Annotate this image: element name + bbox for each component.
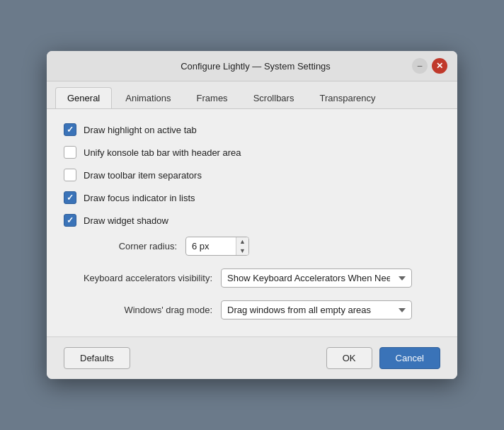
title-bar: Configure Lightly — System Settings – ✕: [47, 51, 457, 81]
drag-mode-label: Windows' drag mode:: [64, 305, 212, 315]
keyboard-accel-row: Keyboard accelerators visibility: Show K…: [64, 268, 440, 288]
checkbox-draw-highlight-label[interactable]: Draw highlight on active tab: [84, 125, 197, 135]
checkbox-draw-highlight[interactable]: [64, 123, 76, 136]
spinbox-up-button[interactable]: ▲: [236, 237, 248, 247]
tab-bar: General Animations Frames Scrollbars Tra…: [47, 81, 457, 109]
keyboard-accel-label: Keyboard accelerators visibility:: [64, 273, 212, 283]
checkbox-draw-toolbar[interactable]: [64, 169, 76, 181]
tab-frames[interactable]: Frames: [185, 87, 240, 108]
checkbox-row-draw-focus: Draw focus indicator in lists: [64, 191, 440, 204]
content-area: Draw highlight on active tab Unify konso…: [47, 109, 457, 336]
ok-button[interactable]: OK: [326, 347, 372, 369]
drag-mode-row: Windows' drag mode: Drag windows from al…: [64, 300, 440, 319]
footer-right: OK Cancel: [326, 347, 440, 369]
checkbox-draw-focus[interactable]: [64, 191, 76, 204]
checkbox-draw-shadow-label[interactable]: Draw widget shadow: [84, 215, 168, 226]
tab-transparency[interactable]: Transparency: [307, 87, 387, 108]
corner-radius-label: Corner radius:: [64, 241, 177, 251]
checkbox-row-draw-toolbar: Draw toolbar item separators: [64, 169, 440, 181]
checkbox-draw-toolbar-label[interactable]: Draw toolbar item separators: [84, 170, 202, 181]
tab-animations[interactable]: Animations: [113, 87, 183, 108]
corner-radius-input[interactable]: [186, 237, 236, 255]
keyboard-accel-select[interactable]: Show Keyboard Accelerators When Needed A…: [221, 268, 412, 288]
drag-mode-select[interactable]: Drag windows from all empty areas Drag w…: [221, 300, 412, 319]
cancel-button[interactable]: Cancel: [379, 347, 440, 369]
dialog: Configure Lightly — System Settings – ✕ …: [47, 51, 457, 379]
corner-radius-row: Corner radius: ▲ ▼: [64, 237, 440, 256]
dialog-title: Configure Lightly — System Settings: [99, 61, 412, 72]
checkbox-draw-shadow[interactable]: [64, 214, 76, 227]
spinbox-arrows: ▲ ▼: [236, 237, 248, 255]
title-controls: – ✕: [412, 58, 447, 74]
checkbox-unify-konsole[interactable]: [64, 146, 76, 159]
corner-radius-spinbox: ▲ ▼: [185, 237, 249, 256]
checkbox-row-unify-konsole: Unify konsole tab bar with header area: [64, 146, 440, 159]
tab-scrollbars[interactable]: Scrollbars: [241, 87, 307, 108]
footer: Defaults OK Cancel: [47, 336, 457, 379]
checkbox-draw-focus-label[interactable]: Draw focus indicator in lists: [84, 193, 195, 203]
checkbox-row-draw-shadow: Draw widget shadow: [64, 214, 440, 227]
close-button[interactable]: ✕: [432, 58, 447, 74]
checkbox-row-draw-highlight: Draw highlight on active tab: [64, 123, 440, 136]
defaults-button[interactable]: Defaults: [64, 347, 130, 369]
tab-general[interactable]: General: [55, 87, 112, 108]
minimize-button[interactable]: –: [412, 58, 428, 74]
checkbox-unify-konsole-label[interactable]: Unify konsole tab bar with header area: [84, 147, 241, 158]
spinbox-down-button[interactable]: ▼: [236, 247, 248, 256]
